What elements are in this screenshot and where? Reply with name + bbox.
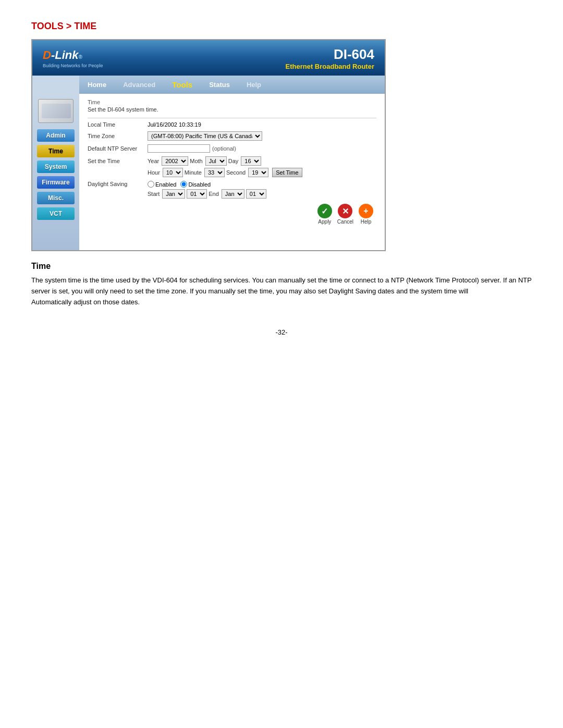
main-area: Admin Time System Firmware Misc. VCT Tim… xyxy=(32,94,385,250)
help-icon: + xyxy=(359,204,373,218)
ntp-row: Default NTP Server (optional) xyxy=(88,144,376,153)
cancel-label: Cancel xyxy=(337,219,353,225)
action-bar: ✓ Apply ✕ Cancel + Help xyxy=(88,204,376,225)
sidebar-btn-vct[interactable]: VCT xyxy=(37,207,75,220)
day-select[interactable]: 16 xyxy=(241,156,261,166)
start-day-select[interactable]: 01 xyxy=(187,189,207,199)
tab-help[interactable]: Help xyxy=(238,78,270,91)
sidebar-btn-firmware[interactable]: Firmware xyxy=(37,176,75,189)
description-paragraph-2: Automatically adjust on those dates. xyxy=(31,297,532,308)
end-month-select[interactable]: Jan xyxy=(222,189,244,199)
router-header: D-Link® Building Networks for People DI-… xyxy=(32,40,385,76)
help-label: Help xyxy=(361,219,372,225)
ntp-input[interactable] xyxy=(148,144,210,153)
minute-select[interactable]: 33 xyxy=(204,168,225,177)
time-row-hour: Hour 10 Minute 33 Second 19 xyxy=(148,168,302,177)
second-label: Second xyxy=(226,169,246,176)
sidebar-btn-admin[interactable]: Admin xyxy=(37,129,75,142)
timezone-label: Time Zone xyxy=(88,133,148,139)
year-select[interactable]: 2002 xyxy=(162,156,188,166)
enabled-label: Enabled xyxy=(155,181,176,188)
timezone-row: Time Zone (GMT-08:00) Pacific Time (US &… xyxy=(88,131,376,141)
set-time-label: Set the Time xyxy=(88,158,148,164)
sidebar-btn-misc[interactable]: Misc. xyxy=(37,192,75,204)
start-month-select[interactable]: Jan xyxy=(162,189,185,199)
content-panel: Time Set the DI-604 system time. Local T… xyxy=(79,94,385,250)
logo-d: D xyxy=(43,48,51,61)
local-time-label: Local Time xyxy=(88,121,148,128)
set-time-row: Set the Time Year 2002 Moth Jul Day xyxy=(88,156,376,177)
apply-button[interactable]: ✓ Apply xyxy=(317,204,332,225)
end-day-select[interactable]: 01 xyxy=(246,189,266,199)
tab-tools[interactable]: Tools xyxy=(164,78,201,92)
nav-tabs: Home Advanced Tools Status Help xyxy=(79,76,270,94)
end-label: End xyxy=(209,191,219,197)
hour-label: Hour xyxy=(148,169,160,176)
start-label: Start xyxy=(148,191,160,197)
apply-label: Apply xyxy=(318,219,331,225)
logo-dot: ® xyxy=(78,54,82,60)
day-label: Day xyxy=(228,158,239,164)
disabled-radio[interactable] xyxy=(180,181,187,188)
local-time-row: Local Time Jul/16/2002 10:33:19 xyxy=(88,121,376,128)
dlink-logo: D-Link® xyxy=(43,48,103,62)
device-image xyxy=(38,99,74,123)
help-button[interactable]: + Help xyxy=(359,204,373,225)
cancel-button[interactable]: ✕ Cancel xyxy=(337,204,353,225)
enabled-radio[interactable] xyxy=(148,181,154,188)
sidebar-btn-system[interactable]: System xyxy=(37,161,75,173)
tab-advanced[interactable]: Advanced xyxy=(115,78,164,91)
dlink-tagline: Building Networks for People xyxy=(43,63,103,68)
tab-home[interactable]: Home xyxy=(79,78,115,91)
daylight-radio-group: Enabled Disabled xyxy=(148,181,266,188)
description-title: Time xyxy=(31,262,532,271)
page-title: TOOLS > TIME xyxy=(31,21,532,32)
daylight-dates-row: Start Jan 01 End Jan xyxy=(148,189,266,199)
month-select[interactable]: Jul xyxy=(205,156,227,166)
page-container: TOOLS > TIME D-Link® Building Networks f… xyxy=(0,0,563,357)
daylight-controls: Enabled Disabled Start Jan xyxy=(148,181,266,199)
sidebar: Admin Time System Firmware Misc. VCT xyxy=(32,94,79,250)
second-select[interactable]: 19 xyxy=(248,168,268,177)
nav-bar: Home Advanced Tools Status Help xyxy=(32,76,385,94)
divider xyxy=(88,118,376,118)
timezone-select[interactable]: (GMT-08:00) Pacific Time (US & Canada) xyxy=(148,131,262,141)
router-model-area: DI-604 Ethernet Broadband Router xyxy=(286,46,374,70)
nav-spacer xyxy=(32,76,79,94)
enabled-radio-label: Enabled xyxy=(148,181,176,188)
router-box: D-Link® Building Networks for People DI-… xyxy=(31,39,386,251)
sidebar-btn-time[interactable]: Time xyxy=(37,145,75,157)
local-time-value: Jul/16/2002 10:33:19 xyxy=(148,121,201,128)
section-title: Time xyxy=(88,99,376,105)
logo-area: D-Link® Building Networks for People xyxy=(43,48,103,68)
daylight-label: Daylight Saving xyxy=(88,181,148,187)
description-paragraph-1: The system time is the time used by the … xyxy=(31,275,532,297)
cancel-icon: ✕ xyxy=(338,204,352,218)
month-label: Moth xyxy=(190,158,202,164)
ntp-optional: (optional) xyxy=(212,145,236,152)
disabled-radio-label: Disabled xyxy=(180,181,211,188)
router-subtitle: Ethernet Broadband Router xyxy=(286,63,374,70)
ntp-label: Default NTP Server xyxy=(88,145,148,152)
disabled-label: Disabled xyxy=(188,181,211,188)
hour-select[interactable]: 10 xyxy=(163,168,183,177)
page-number: -32- xyxy=(31,328,532,336)
year-label: Year xyxy=(148,158,159,164)
tab-status[interactable]: Status xyxy=(201,78,238,91)
set-time-button[interactable]: Set Time xyxy=(272,168,302,177)
daylight-row: Daylight Saving Enabled Disabled xyxy=(88,181,376,199)
minute-label: Minute xyxy=(185,169,202,176)
apply-icon: ✓ xyxy=(317,204,332,218)
router-model: DI-604 xyxy=(286,46,374,63)
description-section: Time The system time is the time used by… xyxy=(31,262,532,307)
section-desc: Set the DI-604 system time. xyxy=(88,106,376,113)
time-row-year: Year 2002 Moth Jul Day 16 xyxy=(148,156,261,166)
